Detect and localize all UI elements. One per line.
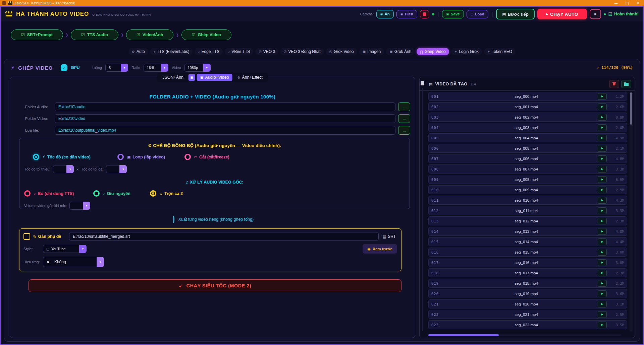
subtab-anh-effect[interactable]: ⚙ Ảnh+Effect xyxy=(234,74,266,81)
video-row[interactable]: 019 seg_018.mp4 ▶ 2.2M xyxy=(428,279,627,288)
tab[interactable]: ✦ Token VEO xyxy=(484,48,516,55)
play-video-button[interactable]: ▶ xyxy=(598,228,607,235)
step-pill[interactable]: ☑ TTS Audio xyxy=(71,29,118,40)
tab[interactable]: ∏ Ghép Video xyxy=(417,48,449,55)
video-row[interactable]: 012 seg_011.mp4 ▶ 3.9M xyxy=(428,206,627,215)
video-row[interactable]: 010 seg_009.mp4 ▶ 2.9M xyxy=(428,185,627,194)
video-row[interactable]: 006 seg_005.mp4 ▶ 2.1M xyxy=(428,144,627,153)
step-pill[interactable]: ☑ Video/Ảnh xyxy=(126,29,173,40)
threads-select[interactable]: 3 ▾ xyxy=(105,64,128,72)
radio-keep-audio[interactable] xyxy=(93,190,100,197)
export-individual-row[interactable]: Xuất từng video riêng (không ghép tổng) xyxy=(10,215,415,224)
play-video-button[interactable]: ▶ xyxy=(598,270,607,276)
tab[interactable]: ♪ TTS (ElevenLabs) xyxy=(150,48,193,55)
vertical-scrollbar-thumb[interactable] xyxy=(630,92,632,125)
load-button[interactable]: ▢ Load xyxy=(467,10,488,18)
video-row[interactable]: 008 seg_007.mp4 ▶ 3.3M xyxy=(428,164,627,174)
video-row[interactable]: 017 seg_016.mp4 ▶ 3.8M xyxy=(428,258,627,267)
panel-splitter-handle[interactable] xyxy=(421,81,424,85)
minimize-button[interactable]: — xyxy=(614,0,618,6)
captcha-stop-button[interactable] xyxy=(420,10,429,18)
tab[interactable]: ✇ Grok Video xyxy=(326,48,357,55)
play-video-button[interactable]: ▶ xyxy=(598,124,607,131)
stop-auto-button[interactable]: ■ xyxy=(590,9,601,19)
mix-volume-select[interactable]: ▾ xyxy=(69,202,90,210)
ratio-select[interactable]: 16:9 ▾ xyxy=(144,64,168,72)
step-pill[interactable]: ☑ Ghép Video xyxy=(181,29,231,40)
video-row[interactable]: 014 seg_013.mp4 ▶ 4.8M xyxy=(428,227,627,236)
save-button[interactable]: ▣ Save xyxy=(442,10,464,18)
step-pill[interactable]: ☑ SRT+Prompt xyxy=(11,29,63,40)
next-step-button[interactable]: ▤ Bước tiếp xyxy=(496,9,534,19)
play-video-button[interactable]: ▶ xyxy=(598,249,607,256)
play-video-button[interactable]: ▶ xyxy=(598,322,607,328)
tab[interactable]: ▣ Imagen xyxy=(359,48,384,55)
video-row[interactable]: 009 seg_008.mp4 ▶ 6.6M xyxy=(428,175,627,184)
window-titlebar[interactable]: Zalo/SĐT 0399292893 - 0977956998 — ▢ ✕ xyxy=(0,0,644,6)
video-row[interactable]: 004 seg_003.mp4 ▶ 2.8M xyxy=(428,123,627,132)
play-video-button[interactable]: ▶ xyxy=(598,280,607,287)
run-mode2-button[interactable]: ➹ CHẠY SIÊU TỐC (MODE 2) xyxy=(29,279,401,292)
browse-audio-button[interactable]: ... xyxy=(398,102,410,111)
horizontal-scrollbar-thumb[interactable] xyxy=(428,334,499,336)
radio-speed[interactable] xyxy=(33,154,39,160)
play-video-button[interactable]: ▶ xyxy=(598,197,607,204)
close-button[interactable]: ✕ xyxy=(636,0,639,6)
play-video-button[interactable]: ▶ xyxy=(598,238,607,245)
captcha-hide-button[interactable]: ◉ Ẩn xyxy=(376,10,394,18)
video-row[interactable]: 002 seg_001.mp4 ▶ 2.6M xyxy=(428,102,627,111)
gpu-checkbox[interactable]: ✓ xyxy=(61,64,67,71)
play-video-button[interactable]: ▶ xyxy=(598,207,607,214)
tab[interactable]: ✇ VEO 3 xyxy=(255,48,278,55)
play-video-button[interactable]: ▶ xyxy=(598,176,607,183)
subtitle-path-input[interactable] xyxy=(69,232,379,241)
captcha-show-button[interactable]: ◉ Hiện xyxy=(396,10,417,18)
video-row[interactable]: 023 seg_022.mp4 ▶ 3.5M xyxy=(428,320,627,329)
video-row[interactable]: 021 seg_020.mp4 ▶ 3.1M xyxy=(428,299,627,308)
tab[interactable]: ✦ Login Grok xyxy=(451,48,482,55)
play-video-button[interactable]: ▶ xyxy=(598,311,607,318)
video-row[interactable]: 022 seg_021.mp4 ▶ 2.5M xyxy=(428,310,627,319)
save-file-input[interactable] xyxy=(55,126,395,135)
play-video-button[interactable]: ▶ xyxy=(598,114,607,121)
play-video-button[interactable]: ▶ xyxy=(598,155,607,162)
play-video-button[interactable]: ▶ xyxy=(598,290,607,297)
tab[interactable]: ♪ Edge TTS xyxy=(195,48,223,55)
tab[interactable]: ⚙ Auto xyxy=(128,48,148,55)
video-row[interactable]: 020 seg_019.mp4 ▶ 3.6M xyxy=(428,289,627,298)
min-speed-select[interactable]: ▾ xyxy=(53,165,74,173)
subtab-audio-video[interactable]: ▣ Audio+Video xyxy=(197,74,232,81)
browse-video-button[interactable]: ... xyxy=(398,114,410,123)
resolution-select[interactable]: 1080p ▾ xyxy=(184,64,211,72)
video-row[interactable]: 015 seg_014.mp4 ▶ 4.4M xyxy=(428,237,627,246)
play-video-button[interactable]: ▶ xyxy=(598,166,607,172)
play-video-button[interactable]: ▶ xyxy=(598,259,607,266)
folder-video-input[interactable] xyxy=(55,114,395,123)
video-row[interactable]: 007 seg_006.mp4 ▶ 4.8M xyxy=(428,154,627,163)
radio-loop[interactable] xyxy=(117,154,124,160)
subtab-json-anh[interactable]: JSON+Ảnh xyxy=(159,74,187,81)
horizontal-scrollbar[interactable] xyxy=(428,334,621,336)
srt-button[interactable]: ▤ SRT xyxy=(381,234,397,239)
tab[interactable]: ♪ VBee TTS xyxy=(225,48,253,55)
folder-audio-input[interactable] xyxy=(55,102,395,111)
tab[interactable]: ✇ VEO 3 Đồng Nhất xyxy=(280,48,324,55)
video-row[interactable]: 005 seg_004.mp4 ▶ 4.9M xyxy=(428,133,627,142)
video-row[interactable]: 018 seg_017.mp4 ▶ 2.3M xyxy=(428,268,627,277)
play-video-button[interactable]: ▶ xyxy=(598,145,607,152)
maximize-button[interactable]: ▢ xyxy=(625,0,629,6)
radio-mix-audio[interactable] xyxy=(150,190,156,197)
play-video-button[interactable]: ▶ xyxy=(598,301,607,307)
video-row[interactable]: 001 seg_000.mp4 ▶ 1.2M xyxy=(428,92,627,101)
play-video-button[interactable]: ▶ xyxy=(598,187,607,193)
play-video-button[interactable]: ▶ xyxy=(598,104,607,110)
browse-save-button[interactable]: ... xyxy=(398,126,410,135)
video-row[interactable]: 003 seg_002.mp4 ▶ 0.8M xyxy=(428,113,627,122)
vertical-scrollbar[interactable] xyxy=(630,92,633,332)
preview-button[interactable]: ◉ Xem trước xyxy=(363,244,397,254)
effect-select[interactable]: ✕ Không ▾ xyxy=(43,257,104,267)
style-select[interactable]: ▢ YouTube ▾ xyxy=(43,245,87,253)
open-folder-button[interactable] xyxy=(621,80,631,88)
play-video-button[interactable]: ▶ xyxy=(598,135,607,141)
video-row[interactable]: 016 seg_015.mp4 ▶ 3.0M xyxy=(428,248,627,257)
